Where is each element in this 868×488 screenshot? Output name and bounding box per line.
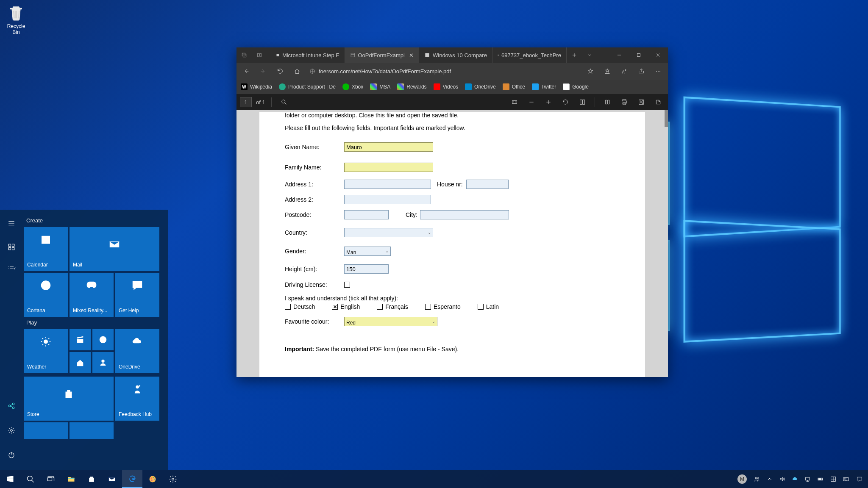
edge-taskbar-button[interactable] (122, 470, 142, 488)
start-power-button[interactable] (0, 447, 23, 463)
tile-onedrive[interactable]: OneDrive (115, 329, 159, 373)
tile-mail[interactable]: Mail (70, 227, 159, 271)
keyboard-button[interactable] (840, 470, 852, 488)
input-city[interactable] (420, 210, 509, 219)
bookmark-office[interactable]: Office (503, 83, 525, 90)
bookmark-google[interactable]: Google (563, 83, 589, 90)
forward-button[interactable] (256, 64, 270, 78)
user-avatar[interactable]: M (737, 474, 747, 484)
bookmark-msa[interactable]: MSA (370, 83, 390, 90)
lang-francais[interactable]: Français (377, 303, 408, 310)
tile-weather[interactable]: Weather (24, 329, 68, 373)
search-button[interactable] (20, 470, 41, 488)
tile-cortana[interactable]: Cortana (24, 273, 68, 317)
tile-calendar[interactable]: Calendar (24, 227, 68, 271)
browser-tab-3[interactable]: 697737_ebook_TechPre (492, 47, 567, 63)
pdf-zoom-out-button[interactable] (525, 96, 538, 108)
bookmark-videos[interactable]: Videos (434, 83, 458, 90)
input-address2[interactable] (344, 195, 431, 204)
mail-taskbar-button[interactable] (102, 470, 122, 488)
people-button[interactable] (751, 470, 763, 488)
maximize-button[interactable] (629, 47, 648, 63)
tile-store[interactable]: Store (24, 377, 114, 421)
set-aside-tabs-icon[interactable] (252, 47, 267, 63)
pdf-save-button[interactable] (635, 96, 648, 108)
bookmark-product-support[interactable]: Product Support | De (279, 83, 336, 90)
onedrive-tray-icon[interactable] (789, 470, 801, 488)
start-button[interactable] (0, 470, 20, 488)
tile-partial-2[interactable] (70, 422, 114, 439)
action-center-button[interactable] (853, 470, 866, 488)
pdf-more-button[interactable] (652, 96, 665, 108)
new-tab-button[interactable] (567, 47, 582, 63)
lang-latin[interactable]: Latin (478, 303, 499, 310)
tray-expand-button[interactable] (764, 470, 776, 488)
input-address1[interactable] (344, 180, 431, 189)
browser-tab-0[interactable]: Microsoft Intune Step E (271, 47, 345, 63)
start-list-icon[interactable]: 7 (0, 261, 23, 276)
pdf-read-aloud-button[interactable] (601, 96, 614, 108)
input-given-name[interactable] (344, 142, 433, 152)
input-height[interactable] (344, 264, 389, 274)
tile-feedback-hub[interactable]: Feedback Hub (115, 377, 159, 421)
bookmark-rewards[interactable]: Rewards (397, 83, 426, 90)
pdf-print-button[interactable] (618, 96, 631, 108)
ime-button[interactable] (827, 470, 839, 488)
browser-tab-1[interactable]: OoPdfFormExampl✕ (345, 47, 419, 63)
checkbox-driving[interactable] (344, 282, 350, 288)
lang-deutsch[interactable]: Deutsch (285, 303, 315, 310)
favorite-button[interactable] (583, 64, 598, 78)
input-postcode[interactable] (344, 210, 389, 219)
lang-english[interactable]: ✕English (332, 303, 360, 310)
tile-mixed-reality[interactable]: Mixed Reality... (70, 273, 114, 317)
tab-actions-icon[interactable] (236, 47, 252, 63)
favorites-list-button[interactable] (600, 64, 615, 78)
more-button[interactable] (651, 64, 665, 78)
bookmark-twitter[interactable]: Twitter (532, 83, 556, 90)
tile-partial-1[interactable] (24, 422, 68, 439)
pdf-search-button[interactable] (278, 96, 290, 108)
bookmark-onedrive[interactable]: OneDrive (465, 83, 496, 90)
tile-target[interactable] (92, 329, 114, 350)
start-productivity-icon[interactable] (0, 239, 23, 255)
settings-taskbar-button[interactable] (163, 470, 183, 488)
input-house-nr[interactable] (466, 180, 509, 189)
browser-tab-2[interactable]: Windows 10 Compare (419, 47, 492, 63)
network-button[interactable] (802, 470, 814, 488)
pdf-page-input[interactable]: 1 (240, 97, 252, 107)
file-explorer-button[interactable] (61, 470, 81, 488)
start-settings-button[interactable] (0, 423, 23, 438)
start-expand-button[interactable] (0, 216, 23, 231)
battery-button[interactable] (815, 470, 826, 488)
input-family-name[interactable] (344, 163, 433, 172)
pdf-layout-button[interactable] (576, 96, 589, 108)
scrollbar-thumb[interactable] (665, 110, 668, 127)
start-share-icon[interactable] (0, 398, 23, 413)
tile-movies[interactable] (70, 329, 91, 350)
close-button[interactable] (648, 47, 668, 63)
pdf-rotate-button[interactable] (559, 96, 572, 108)
refresh-button[interactable] (273, 64, 287, 78)
select-fav-colour[interactable]: Red⌄ (344, 317, 437, 326)
pdf-zoom-in-button[interactable] (542, 96, 555, 108)
address-bar[interactable]: foersom.com/net/HowTo/data/OoPdfFormExam… (307, 68, 581, 75)
volume-button[interactable] (776, 470, 788, 488)
back-button[interactable] (239, 64, 253, 78)
tab-dropdown-icon[interactable] (582, 47, 597, 63)
tile-camera[interactable] (92, 352, 114, 373)
select-country[interactable]: ⌄ (344, 228, 433, 237)
pdf-viewport[interactable]: folder or computer desktop. Close this f… (236, 110, 668, 377)
share-button[interactable] (634, 64, 648, 78)
reading-button[interactable] (617, 64, 632, 78)
tile-get-help[interactable]: Get Help (115, 273, 159, 317)
bookmark-wikipedia[interactable]: WWikipedia (241, 83, 272, 90)
recycle-bin[interactable]: Recycle Bin (3, 4, 29, 35)
bookmark-xbox[interactable]: Xbox (342, 83, 363, 90)
paint-taskbar-button[interactable] (142, 470, 163, 488)
task-view-button[interactable] (41, 470, 61, 488)
minimize-button[interactable] (609, 47, 629, 63)
store-taskbar-button[interactable] (81, 470, 102, 488)
home-button[interactable] (290, 64, 304, 78)
tab-close-icon[interactable]: ✕ (409, 52, 414, 58)
lang-esperanto[interactable]: Esperanto (425, 303, 461, 310)
